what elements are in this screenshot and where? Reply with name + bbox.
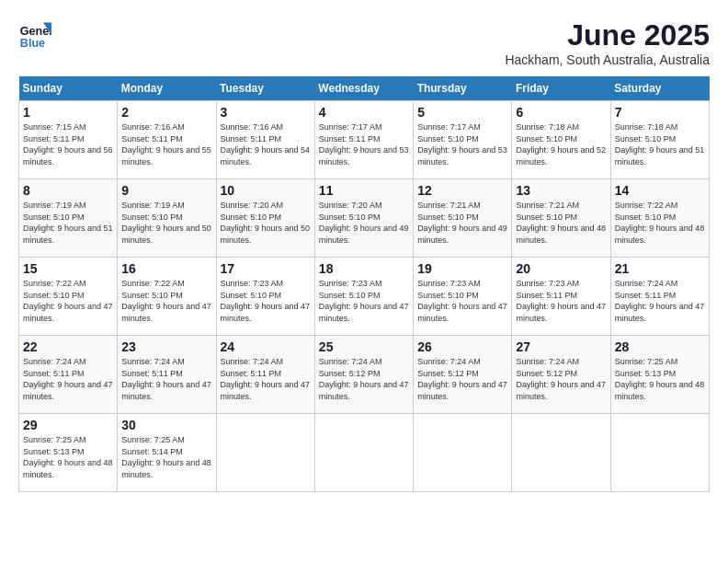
svg-text:Blue: Blue (20, 37, 45, 50)
day-number: 17 (221, 261, 311, 276)
day-number: 5 (417, 105, 507, 120)
calendar-cell: 8Sunrise: 7:19 AMSunset: 5:10 PMDaylight… (19, 179, 118, 258)
calendar-cell (512, 414, 610, 492)
calendar-cell: 19Sunrise: 7:23 AMSunset: 5:10 PMDayligh… (414, 258, 512, 336)
day-info: Sunrise: 7:18 AMSunset: 5:10 PMDaylight:… (615, 121, 705, 167)
calendar-cell (610, 414, 709, 492)
day-info: Sunrise: 7:21 AMSunset: 5:10 PMDaylight:… (417, 200, 507, 246)
week-row-5: 29Sunrise: 7:25 AMSunset: 5:13 PMDayligh… (19, 414, 710, 492)
logo-icon: General Blue (18, 18, 51, 52)
day-info: Sunrise: 7:24 AMSunset: 5:11 PMDaylight:… (221, 356, 311, 402)
day-number: 1 (23, 105, 113, 120)
day-number: 11 (319, 183, 409, 198)
day-number: 13 (516, 183, 606, 198)
day-number: 16 (121, 261, 211, 276)
day-number: 7 (615, 105, 705, 120)
day-number: 14 (615, 183, 705, 198)
calendar-cell: 11Sunrise: 7:20 AMSunset: 5:10 PMDayligh… (314, 179, 413, 258)
calendar-cell: 16Sunrise: 7:22 AMSunset: 5:10 PMDayligh… (118, 258, 216, 336)
day-info: Sunrise: 7:23 AMSunset: 5:10 PMDaylight:… (319, 278, 409, 324)
header-row: SundayMondayTuesdayWednesdayThursdayFrid… (19, 76, 710, 101)
calendar-cell: 29Sunrise: 7:25 AMSunset: 5:13 PMDayligh… (19, 414, 118, 492)
header-cell-saturday: Saturday (610, 76, 709, 101)
day-number: 10 (221, 183, 311, 198)
calendar-cell: 26Sunrise: 7:24 AMSunset: 5:12 PMDayligh… (414, 336, 512, 414)
week-row-2: 8Sunrise: 7:19 AMSunset: 5:10 PMDaylight… (19, 179, 710, 258)
day-number: 8 (23, 183, 113, 198)
calendar-cell: 14Sunrise: 7:22 AMSunset: 5:10 PMDayligh… (610, 179, 709, 258)
day-number: 27 (516, 339, 606, 354)
day-info: Sunrise: 7:25 AMSunset: 5:13 PMDaylight:… (615, 356, 705, 402)
day-info: Sunrise: 7:24 AMSunset: 5:12 PMDaylight:… (417, 356, 507, 402)
calendar-cell: 30Sunrise: 7:25 AMSunset: 5:14 PMDayligh… (118, 414, 216, 492)
day-info: Sunrise: 7:24 AMSunset: 5:11 PMDaylight:… (23, 356, 113, 402)
week-row-3: 15Sunrise: 7:22 AMSunset: 5:10 PMDayligh… (19, 258, 710, 336)
day-info: Sunrise: 7:18 AMSunset: 5:10 PMDaylight:… (516, 121, 606, 167)
calendar-cell: 18Sunrise: 7:23 AMSunset: 5:10 PMDayligh… (314, 258, 413, 336)
title-area: June 2025 Hackham, South Australia, Aust… (505, 18, 710, 67)
calendar-cell: 10Sunrise: 7:20 AMSunset: 5:10 PMDayligh… (216, 179, 314, 258)
day-number: 25 (319, 339, 409, 354)
calendar-cell (216, 414, 314, 492)
calendar-cell: 17Sunrise: 7:23 AMSunset: 5:10 PMDayligh… (216, 258, 314, 336)
day-info: Sunrise: 7:19 AMSunset: 5:10 PMDaylight:… (121, 200, 211, 246)
day-info: Sunrise: 7:23 AMSunset: 5:10 PMDaylight:… (417, 278, 507, 324)
day-number: 15 (23, 261, 113, 276)
day-info: Sunrise: 7:24 AMSunset: 5:11 PMDaylight:… (615, 278, 705, 324)
day-info: Sunrise: 7:24 AMSunset: 5:12 PMDaylight:… (319, 356, 409, 402)
month-title: June 2025 (505, 18, 710, 52)
day-info: Sunrise: 7:16 AMSunset: 5:11 PMDaylight:… (121, 121, 211, 167)
calendar-cell (314, 414, 413, 492)
day-number: 28 (615, 339, 705, 354)
calendar-cell: 24Sunrise: 7:24 AMSunset: 5:11 PMDayligh… (216, 336, 314, 414)
calendar-cell: 2Sunrise: 7:16 AMSunset: 5:11 PMDaylight… (118, 101, 216, 179)
day-number: 23 (121, 339, 211, 354)
calendar-cell: 4Sunrise: 7:17 AMSunset: 5:11 PMDaylight… (314, 101, 413, 179)
day-info: Sunrise: 7:25 AMSunset: 5:13 PMDaylight:… (23, 434, 113, 480)
header-cell-sunday: Sunday (19, 76, 118, 101)
day-number: 29 (23, 418, 113, 432)
calendar-cell: 6Sunrise: 7:18 AMSunset: 5:10 PMDaylight… (512, 101, 610, 179)
day-info: Sunrise: 7:17 AMSunset: 5:11 PMDaylight:… (319, 121, 409, 167)
calendar-cell: 3Sunrise: 7:16 AMSunset: 5:11 PMDaylight… (216, 101, 314, 179)
day-number: 20 (516, 261, 606, 276)
week-row-1: 1Sunrise: 7:15 AMSunset: 5:11 PMDaylight… (19, 101, 710, 179)
day-info: Sunrise: 7:19 AMSunset: 5:10 PMDaylight:… (23, 200, 113, 246)
day-info: Sunrise: 7:23 AMSunset: 5:10 PMDaylight:… (221, 278, 311, 324)
day-info: Sunrise: 7:20 AMSunset: 5:10 PMDaylight:… (221, 200, 311, 246)
header-cell-monday: Monday (118, 76, 216, 101)
day-info: Sunrise: 7:24 AMSunset: 5:11 PMDaylight:… (121, 356, 211, 402)
calendar-cell: 20Sunrise: 7:23 AMSunset: 5:11 PMDayligh… (512, 258, 610, 336)
calendar-cell: 12Sunrise: 7:21 AMSunset: 5:10 PMDayligh… (414, 179, 512, 258)
calendar-cell: 25Sunrise: 7:24 AMSunset: 5:12 PMDayligh… (314, 336, 413, 414)
calendar-cell: 22Sunrise: 7:24 AMSunset: 5:11 PMDayligh… (19, 336, 118, 414)
day-info: Sunrise: 7:22 AMSunset: 5:10 PMDaylight:… (615, 200, 705, 246)
day-info: Sunrise: 7:21 AMSunset: 5:10 PMDaylight:… (516, 200, 606, 246)
day-info: Sunrise: 7:24 AMSunset: 5:12 PMDaylight:… (516, 356, 606, 402)
day-info: Sunrise: 7:25 AMSunset: 5:14 PMDaylight:… (121, 434, 211, 480)
day-info: Sunrise: 7:16 AMSunset: 5:11 PMDaylight:… (221, 121, 311, 167)
header-cell-thursday: Thursday (414, 76, 512, 101)
calendar-cell: 9Sunrise: 7:19 AMSunset: 5:10 PMDaylight… (118, 179, 216, 258)
location-title: Hackham, South Australia, Australia (505, 52, 710, 67)
day-number: 19 (417, 261, 507, 276)
day-info: Sunrise: 7:15 AMSunset: 5:11 PMDaylight:… (23, 121, 113, 167)
header-cell-friday: Friday (512, 76, 610, 101)
day-info: Sunrise: 7:23 AMSunset: 5:11 PMDaylight:… (516, 278, 606, 324)
day-number: 2 (121, 105, 211, 120)
day-number: 9 (121, 183, 211, 198)
day-number: 24 (221, 339, 311, 354)
calendar-cell: 13Sunrise: 7:21 AMSunset: 5:10 PMDayligh… (512, 179, 610, 258)
day-info: Sunrise: 7:20 AMSunset: 5:10 PMDaylight:… (319, 200, 409, 246)
calendar-cell: 28Sunrise: 7:25 AMSunset: 5:13 PMDayligh… (610, 336, 709, 414)
day-number: 3 (221, 105, 311, 120)
header: General Blue June 2025 Hackham, South Au… (18, 18, 710, 67)
day-number: 22 (23, 339, 113, 354)
calendar-cell: 7Sunrise: 7:18 AMSunset: 5:10 PMDaylight… (610, 101, 709, 179)
header-cell-wednesday: Wednesday (314, 76, 413, 101)
calendar-cell: 27Sunrise: 7:24 AMSunset: 5:12 PMDayligh… (512, 336, 610, 414)
day-number: 30 (121, 418, 211, 432)
day-info: Sunrise: 7:22 AMSunset: 5:10 PMDaylight:… (121, 278, 211, 324)
day-number: 4 (319, 105, 409, 120)
calendar-cell: 21Sunrise: 7:24 AMSunset: 5:11 PMDayligh… (610, 258, 709, 336)
